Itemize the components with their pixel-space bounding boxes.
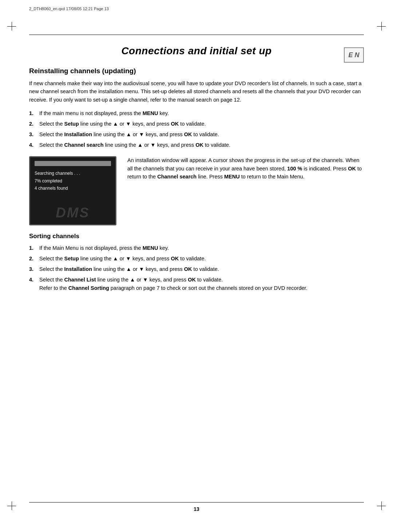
sort-step-2: 2. Select the Setup line using the ▲ or … xyxy=(29,255,364,263)
sort-step-1-num: 1. xyxy=(29,244,39,252)
section1-steps: 1. If the main menu is not displayed, pr… xyxy=(29,110,364,149)
step-2-text: Select the Setup line using the ▲ or ▼ k… xyxy=(39,120,364,128)
bottom-section: 13 xyxy=(29,502,364,512)
en-badge: E N xyxy=(344,47,364,63)
top-rule xyxy=(29,35,364,35)
reg-mark-bottomleft xyxy=(7,501,16,510)
sort-step-3: 3. Select the Installation line using th… xyxy=(29,265,364,273)
step-4-text: Select the Channel search line using the… xyxy=(39,141,364,149)
step-4: 4. Select the Channel search line using … xyxy=(29,141,364,149)
step-3-num: 3. xyxy=(29,131,39,139)
page-title: Connections and initial set up xyxy=(29,45,364,57)
screenshot-menubar xyxy=(35,161,111,166)
section1-title: Reinstalling channels (updating) xyxy=(29,67,364,75)
sort-step-4: 4. Select the Channel List line using th… xyxy=(29,276,364,293)
bottom-rule xyxy=(29,502,364,503)
reg-mark-bottomright xyxy=(377,501,386,510)
step-1: 1. If the main menu is not displayed, pr… xyxy=(29,110,364,118)
screenshot-watermark: DMS xyxy=(30,205,115,221)
screenshot-line2: 7% completed xyxy=(35,177,111,185)
section1-body: If new channels make their way into the … xyxy=(29,79,364,104)
sort-step-1: 1. If the Main Menu is not displayed, pr… xyxy=(29,244,364,252)
section2-title: Sorting channels xyxy=(29,233,364,240)
step-4-num: 4. xyxy=(29,141,39,149)
tv-screenshot: Searching channels . . . 7% completed 4 … xyxy=(29,156,116,225)
sort-step-4-num: 4. xyxy=(29,276,39,284)
step-3-text: Select the Installation line using the ▲… xyxy=(39,131,364,139)
page-container: 2_DTH8060_en.qxd 17/08/05 12:21 Page 13 … xyxy=(0,0,393,532)
sort-step-4-text: Select the Channel List line using the ▲… xyxy=(39,276,364,293)
screenshot-line3: 4 channels found xyxy=(35,185,111,192)
sort-step-1-text: If the Main Menu is not displayed, press… xyxy=(39,244,364,252)
reg-mark-topleft xyxy=(7,22,16,31)
sort-step-2-text: Select the Setup line using the ▲ or ▼ k… xyxy=(39,255,364,263)
step-2-num: 2. xyxy=(29,120,39,128)
screen-block: Searching channels . . . 7% completed 4 … xyxy=(29,156,364,225)
step-1-text: If the main menu is not displayed, press… xyxy=(39,110,364,118)
screen-description: An installation window will appear. A cu… xyxy=(127,156,364,181)
step-3: 3. Select the Installation line using th… xyxy=(29,131,364,139)
sort-step-4-subtext: Refer to the Channel Sorting paragraph o… xyxy=(39,284,364,292)
step-2: 2. Select the Setup line using the ▲ or … xyxy=(29,120,364,128)
sort-step-3-text: Select the Installation line using the ▲… xyxy=(39,265,364,273)
sort-step-2-num: 2. xyxy=(29,255,39,263)
sort-step-3-num: 3. xyxy=(29,265,39,273)
step-1-num: 1. xyxy=(29,110,39,118)
reg-mark-topright xyxy=(377,22,386,31)
file-info: 2_DTH8060_en.qxd 17/08/05 12:21 Page 13 xyxy=(29,7,109,11)
page-number: 13 xyxy=(29,506,364,512)
screenshot-line1: Searching channels . . . xyxy=(35,170,111,177)
section2-steps: 1. If the Main Menu is not displayed, pr… xyxy=(29,244,364,292)
screenshot-text: Searching channels . . . 7% completed 4 … xyxy=(35,170,111,192)
